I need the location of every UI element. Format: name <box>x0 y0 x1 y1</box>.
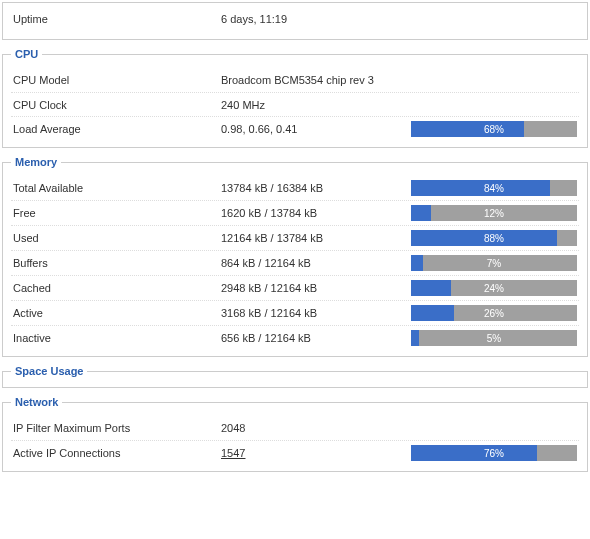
memory-label: Total Available <box>11 182 221 194</box>
cpu-legend: CPU <box>11 48 42 60</box>
memory-row: Cached2948 kB / 12164 kB24% <box>11 275 579 300</box>
memory-label: Inactive <box>11 332 221 344</box>
cpu-fieldset: CPU CPU ModelBroadcom BCM5354 chip rev 3… <box>2 48 588 148</box>
memory-label: Active <box>11 307 221 319</box>
network-row: Active IP Connections154776% <box>11 440 579 465</box>
uptime-label: Uptime <box>11 13 221 25</box>
cpu-label: Load Average <box>11 123 221 135</box>
memory-row: Buffers864 kB / 12164 kB7% <box>11 250 579 275</box>
network-value[interactable]: 1547 <box>221 447 411 459</box>
memory-bar: 5% <box>411 330 577 346</box>
network-value: 2048 <box>221 422 411 434</box>
network-label: Active IP Connections <box>11 447 221 459</box>
uptime-row: Uptime 6 days, 11:19 <box>11 7 579 31</box>
memory-value: 1620 kB / 13784 kB <box>221 207 411 219</box>
memory-row: Total Available13784 kB / 16384 kB84% <box>11 176 579 200</box>
network-legend: Network <box>11 396 62 408</box>
uptime-value: 6 days, 11:19 <box>221 13 411 25</box>
memory-bar: 88% <box>411 230 577 246</box>
memory-bar: 24% <box>411 280 577 296</box>
cpu-value: 0.98, 0.66, 0.41 <box>221 123 411 135</box>
memory-bar-text: 7% <box>411 255 577 271</box>
memory-value: 3168 kB / 12164 kB <box>221 307 411 319</box>
cpu-label: CPU Clock <box>11 99 221 111</box>
memory-bar-text: 12% <box>411 205 577 221</box>
memory-value: 13784 kB / 16384 kB <box>221 182 411 194</box>
cpu-value: 240 MHz <box>221 99 411 111</box>
network-bar: 76% <box>411 445 577 461</box>
cpu-bar: 68% <box>411 121 577 137</box>
memory-bar-text: 26% <box>411 305 577 321</box>
space-usage-legend: Space Usage <box>11 365 87 377</box>
network-fieldset: Network IP Filter Maximum Ports2048Activ… <box>2 396 588 472</box>
memory-bar: 12% <box>411 205 577 221</box>
top-box: Uptime 6 days, 11:19 <box>2 2 588 40</box>
memory-row: Free1620 kB / 13784 kB12% <box>11 200 579 225</box>
memory-bar: 84% <box>411 180 577 196</box>
memory-label: Buffers <box>11 257 221 269</box>
memory-fieldset: Memory Total Available13784 kB / 16384 k… <box>2 156 588 357</box>
cpu-bar-text: 68% <box>411 121 577 137</box>
memory-bar-text: 5% <box>411 330 577 346</box>
cpu-label: CPU Model <box>11 74 221 86</box>
memory-row: Inactive656 kB / 12164 kB5% <box>11 325 579 350</box>
cpu-row: Load Average0.98, 0.66, 0.4168% <box>11 116 579 141</box>
memory-value: 12164 kB / 13784 kB <box>221 232 411 244</box>
cpu-value: Broadcom BCM5354 chip rev 3 <box>221 74 411 86</box>
memory-value: 864 kB / 12164 kB <box>221 257 411 269</box>
space-usage-fieldset: Space Usage <box>2 365 588 388</box>
network-row: IP Filter Maximum Ports2048 <box>11 416 579 440</box>
memory-bar: 26% <box>411 305 577 321</box>
memory-bar: 7% <box>411 255 577 271</box>
memory-value: 656 kB / 12164 kB <box>221 332 411 344</box>
network-label: IP Filter Maximum Ports <box>11 422 221 434</box>
memory-legend: Memory <box>11 156 61 168</box>
memory-bar-text: 24% <box>411 280 577 296</box>
memory-bar-text: 88% <box>411 230 577 246</box>
memory-label: Used <box>11 232 221 244</box>
network-bar-text: 76% <box>411 445 577 461</box>
memory-value: 2948 kB / 12164 kB <box>221 282 411 294</box>
cpu-row: CPU ModelBroadcom BCM5354 chip rev 3 <box>11 68 579 92</box>
memory-label: Cached <box>11 282 221 294</box>
memory-label: Free <box>11 207 221 219</box>
memory-bar-text: 84% <box>411 180 577 196</box>
memory-row: Active3168 kB / 12164 kB26% <box>11 300 579 325</box>
memory-row: Used12164 kB / 13784 kB88% <box>11 225 579 250</box>
cpu-row: CPU Clock240 MHz <box>11 92 579 116</box>
